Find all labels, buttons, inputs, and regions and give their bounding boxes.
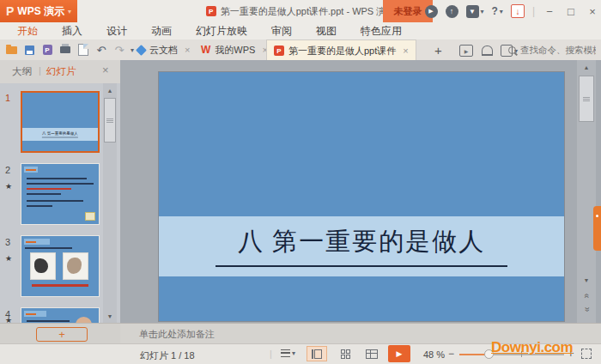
scroll-down-icon[interactable]: ▼: [577, 275, 596, 286]
slide[interactable]: 八 第一重要的是做人: [159, 72, 564, 321]
scroll-down-icon[interactable]: ▼: [103, 311, 117, 321]
mini-heading-chip: [24, 167, 38, 173]
add-slide-button[interactable]: +: [36, 327, 88, 342]
zoom-out-button[interactable]: −: [448, 348, 454, 360]
download-manager-icon[interactable]: ↓: [511, 4, 525, 18]
slide-number: 2: [5, 165, 17, 175]
notes-placeholder: 单击此处添加备注: [139, 328, 215, 341]
mini-image-icon: [85, 212, 95, 221]
mini-slide-title: 八 第一重要的是做人: [42, 131, 78, 138]
menu-special-features[interactable]: 特色应用: [349, 24, 414, 39]
slide-thumbnail-4[interactable]: [21, 307, 100, 323]
side-promo-tab[interactable]: [593, 206, 601, 251]
scroll-up-icon[interactable]: ▲: [577, 62, 596, 73]
view-reading-button[interactable]: [361, 346, 382, 361]
menu-animation[interactable]: 动画: [139, 24, 184, 39]
tab-cloud-docs[interactable]: 云文档 ×: [131, 39, 197, 60]
tab-outline[interactable]: 大纲: [12, 65, 32, 78]
mini-photo: [76, 317, 92, 323]
main-scrollbar-thumb[interactable]: [579, 76, 594, 122]
print-icon[interactable]: [58, 43, 72, 57]
menu-review[interactable]: 审阅: [259, 24, 304, 39]
titlebar-controls: ▶ ↑ ▼▾ ?▾ ↓ | − □ ×: [425, 0, 600, 22]
skin-icon[interactable]: ▼▾: [466, 5, 484, 18]
slide-thumbnail-2[interactable]: [21, 163, 100, 225]
zoom-level: 48 %: [423, 349, 445, 360]
tab-slides[interactable]: 幻灯片: [46, 65, 76, 78]
chevron-down-icon: ▾: [68, 8, 71, 15]
close-tab-icon[interactable]: ×: [185, 45, 190, 55]
ppt-file-icon: P: [274, 46, 284, 56]
mini-heading-chip: [24, 311, 46, 317]
view-sorter-button[interactable]: [335, 346, 355, 361]
slide-title[interactable]: 八 第一重要的是做人: [216, 225, 507, 267]
ppt-file-icon: P: [206, 6, 216, 16]
divider: |: [532, 5, 535, 17]
wps-logo[interactable]: P WPS 演示 ▾: [0, 0, 77, 22]
close-button[interactable]: ×: [586, 5, 599, 18]
annotate-icon[interactable]: [482, 46, 493, 56]
slide-number: 1: [5, 93, 17, 103]
mini-photo: [30, 252, 56, 280]
command-search[interactable]: [508, 42, 598, 58]
next-slide-button[interactable]: «: [581, 300, 592, 319]
save-icon[interactable]: [22, 43, 36, 57]
mini-photo: [63, 252, 88, 280]
menu-slideshow[interactable]: 幻灯片放映: [184, 24, 259, 39]
transition-star-icon: ★: [5, 254, 12, 263]
sidebar-scrollbar-thumb[interactable]: [104, 98, 116, 143]
quick-access-toolbar: P ↶ ↷ ▾: [4, 39, 134, 60]
present-icon[interactable]: ▶: [459, 45, 473, 57]
print-preview-icon[interactable]: [76, 43, 90, 57]
wps-w-icon: W: [201, 44, 210, 56]
mini-heading-chip: [24, 239, 50, 245]
minimize-button[interactable]: −: [543, 5, 556, 18]
export-icon[interactable]: P: [40, 43, 54, 57]
transition-star-icon: ★: [5, 316, 12, 323]
play-circle-icon[interactable]: ▶: [425, 5, 438, 18]
divider: |: [39, 65, 41, 76]
tab-my-wps[interactable]: W 我的WPS ×: [194, 39, 275, 60]
menu-home[interactable]: 开始: [5, 24, 50, 39]
scroll-up-icon[interactable]: ▲: [103, 85, 117, 95]
undo-icon[interactable]: ↶: [94, 43, 108, 57]
new-tab-button[interactable]: +: [434, 43, 442, 58]
slide-thumbnail-1[interactable]: 八 第一重要的是做人: [21, 91, 100, 153]
tab-current-document[interactable]: P 第一重要的是做人ppt课件 ×: [266, 39, 416, 61]
watermark: Downyi.com: [491, 339, 573, 356]
fit-window-button[interactable]: [581, 349, 592, 359]
maximize-button[interactable]: □: [564, 5, 578, 18]
view-normal-button[interactable]: [307, 346, 327, 361]
slide-thumbnail-3[interactable]: [21, 235, 100, 297]
wps-presentation-window: P 第一重要的是做人ppt课件.ppt - WPS 演示 P WPS 演示 ▾ …: [0, 0, 601, 364]
wps-p-mark-icon: P: [6, 4, 14, 18]
upgrade-icon[interactable]: ↑: [446, 5, 458, 18]
close-tab-icon[interactable]: ×: [403, 46, 408, 56]
slide-title-band: 八 第一重要的是做人: [159, 216, 564, 276]
slide-counter: 幻灯片 1 / 18: [140, 349, 195, 362]
menubar: 开始 插入 设计 动画 幻灯片放映 审阅 视图 特色应用: [5, 22, 414, 39]
notes-toggle-icon[interactable]: ▾: [281, 349, 295, 357]
redo-icon[interactable]: ↷: [112, 43, 126, 57]
help-icon[interactable]: ?▾: [492, 5, 503, 17]
menu-insert[interactable]: 插入: [50, 24, 94, 39]
slide-number: 3: [5, 237, 17, 247]
open-file-icon[interactable]: [4, 43, 18, 57]
mini-title-band: 八 第一重要的是做人: [22, 128, 98, 141]
slide-thumbnail-list: 1 八 第一重要的是做人 2 ★ 3 ★ 4: [0, 83, 120, 323]
cloud-cube-icon: [136, 45, 147, 56]
wps-logo-label: WPS 演示: [17, 4, 64, 19]
close-panel-icon[interactable]: ×: [102, 64, 109, 76]
search-input[interactable]: [519, 44, 598, 56]
divider: |: [270, 349, 272, 359]
transition-star-icon: ★: [5, 182, 12, 191]
menu-view[interactable]: 视图: [304, 24, 349, 39]
search-icon: [508, 46, 516, 54]
slideshow-play-button[interactable]: ▶: [388, 345, 410, 362]
menu-design[interactable]: 设计: [94, 24, 139, 39]
